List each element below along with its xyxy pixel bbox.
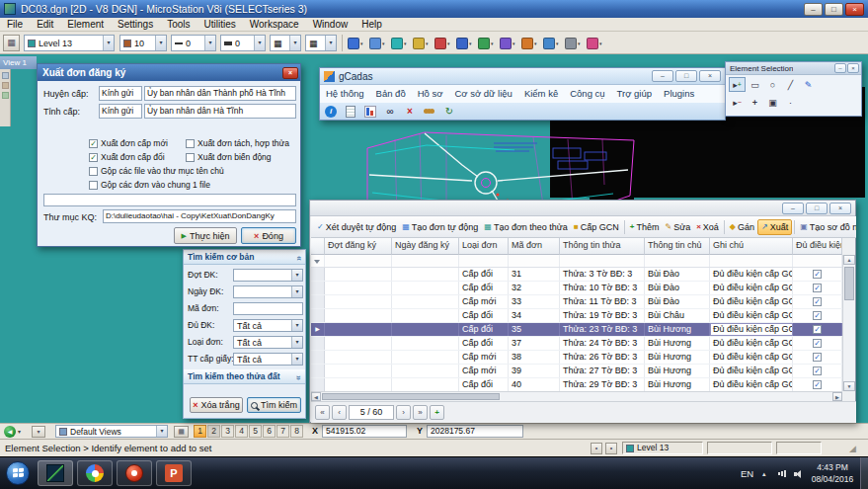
folder-path-input[interactable]: D:\dulieudaotao\hai - Copy\KetXuat\DonDa… <box>103 209 296 223</box>
last-page-button[interactable]: » <box>413 405 428 420</box>
scroll-thumb[interactable] <box>844 267 854 300</box>
network-icon[interactable] <box>778 457 787 489</box>
horizontal-scrollbar[interactable]: ◀ ▶ <box>311 391 842 401</box>
column-header[interactable]: Đủ điều kiện <box>793 238 842 255</box>
chevron-down-icon[interactable]: ▾ <box>18 428 21 435</box>
menu-ban-do[interactable]: Bản đồ <box>370 85 412 103</box>
eligible-checkbox[interactable]: ✓ <box>813 311 822 320</box>
chevron-down-icon[interactable]: ▾ <box>254 36 265 50</box>
models-icon[interactable]: ▾ <box>348 35 367 51</box>
column-header[interactable]: Ghi chú <box>710 238 793 255</box>
active-linestyle-combo[interactable]: 0 ▾ <box>171 35 216 51</box>
scroll-down-icon[interactable]: ▼ <box>843 381 855 391</box>
ma-don-input[interactable] <box>233 302 303 315</box>
menu-file[interactable]: File <box>0 18 30 32</box>
expand-icon[interactable]: « <box>291 375 306 380</box>
markups-icon[interactable]: ▾ <box>587 35 606 51</box>
eligible-checkbox[interactable]: ✓ <box>813 297 822 306</box>
checkbox-cap-moi[interactable]: ✓ <box>89 139 98 148</box>
column-header[interactable]: Thông tin thửa <box>560 238 645 255</box>
next-page-button[interactable]: › <box>396 405 411 420</box>
glasses-icon[interactable]: ∞ <box>383 105 397 118</box>
chevron-down-icon[interactable]: ▾ <box>291 354 302 365</box>
column-header[interactable]: Thông tin chủ <box>645 238 710 255</box>
du-dk-combo[interactable]: Tất cả▾ <box>233 319 303 332</box>
popset-icon[interactable]: ▾ <box>543 35 563 51</box>
delete-icon[interactable]: × <box>403 105 417 118</box>
checkbox-tach-hop[interactable] <box>186 139 195 148</box>
minimize-button[interactable]: – <box>834 63 846 73</box>
column-header[interactable]: Ngày đăng ký <box>392 238 459 255</box>
level-display-icon[interactable]: ▾ <box>434 35 454 51</box>
eligible-checkbox[interactable]: ✓ <box>813 367 822 375</box>
active-level-combo[interactable]: Level 13 ▾ <box>24 35 115 51</box>
chevron-down-icon[interactable]: ▾ <box>291 320 302 331</box>
maximize-button[interactable]: □ <box>675 70 697 82</box>
table-row[interactable]: Cấp đổi31Thửa: 3 Tờ BĐ: 3Bùi ĐàoĐủ điều … <box>311 268 842 282</box>
snap-icon[interactable]: • <box>591 443 602 454</box>
view-history-icon[interactable]: ▾ <box>32 426 45 438</box>
assign-button[interactable]: ◆Gán <box>727 220 757 234</box>
powerpoint-icon[interactable]: P <box>156 460 192 486</box>
eligible-checkbox[interactable]: ✓ <box>813 339 822 348</box>
active-level-indicator[interactable]: Level 13 <box>622 442 703 454</box>
level-manager-icon[interactable]: ▾ <box>413 35 433 51</box>
view-group-manager-icon[interactable]: ▦ <box>174 426 189 438</box>
filter-row[interactable] <box>311 255 842 268</box>
accudraw-icon[interactable]: ▾ <box>500 35 519 51</box>
close-button[interactable]: × <box>282 67 298 79</box>
chevron-down-icon[interactable]: ▾ <box>155 36 166 50</box>
chevron-down-icon[interactable]: ▾ <box>289 36 300 50</box>
table-row[interactable]: Cấp mới38Thửa: 26 Tờ BĐ: 3Bùi HươngĐủ đi… <box>311 351 842 365</box>
tray-expand-icon[interactable]: ▴ <box>762 457 766 489</box>
attributes-icon[interactable]: ▦ <box>3 35 20 51</box>
list-icon[interactable] <box>344 105 357 118</box>
delete-button[interactable]: ×Xoá <box>693 220 722 234</box>
info-icon[interactable]: i <box>324 105 338 118</box>
red-app-icon[interactable] <box>117 460 152 486</box>
volume-icon[interactable] <box>794 457 803 489</box>
menu-edit[interactable]: Edit <box>30 18 60 32</box>
eligible-checkbox[interactable]: ✓ <box>813 325 822 334</box>
resize-grip-icon[interactable]: ◢ <box>849 444 856 453</box>
chevron-down-icon[interactable]: ▾ <box>204 36 215 50</box>
add-row-button[interactable]: + <box>430 405 444 420</box>
chevron-down-icon[interactable]: ▾ <box>156 426 167 437</box>
select-line-icon[interactable]: ╱ <box>782 77 799 92</box>
export-button[interactable]: ↗Xuất <box>757 219 792 235</box>
maximize-button[interactable]: □ <box>825 3 843 16</box>
tt-cap-giay-combo[interactable]: Tất cả▾ <box>233 353 303 366</box>
scroll-right-icon[interactable]: ▶ <box>832 392 842 401</box>
menu-workspace[interactable]: Workspace <box>243 18 306 32</box>
view-toggle-5[interactable]: 5 <box>249 425 262 438</box>
tinh-prefix-field[interactable]: Kính gửi <box>99 104 142 119</box>
close-button[interactable]: × <box>847 63 859 73</box>
element-template-combo[interactable]: ▦ ▾ <box>305 35 337 51</box>
minimize-button[interactable]: – <box>782 203 804 214</box>
select-subtract-icon[interactable]: ▸− <box>729 95 746 110</box>
menu-tools[interactable]: Tools <box>160 18 197 32</box>
select-add-icon[interactable]: ▸+ <box>729 77 746 92</box>
start-button[interactable] <box>6 461 30 485</box>
issue-gcn-button[interactable]: ■Cấp GCN <box>571 220 622 234</box>
checkbox-bien-dong[interactable] <box>186 153 195 162</box>
view-toggle-8[interactable]: 8 <box>290 425 303 438</box>
table-row[interactable]: Cấp đổi32Thửa: 10 Tờ BĐ: 3Bùi ĐàoĐủ điều… <box>311 282 842 295</box>
scroll-thumb[interactable] <box>322 393 500 400</box>
chevron-down-icon[interactable]: ▾ <box>291 286 302 297</box>
column-header[interactable]: Loại đơn <box>459 238 509 255</box>
view-toggle-7[interactable]: 7 <box>276 425 289 438</box>
create-auto-button[interactable]: ▦Tạo đơn tự động <box>399 220 481 234</box>
close-button[interactable]: × <box>845 3 864 16</box>
y-coordinate-input[interactable]: 2028175.67 <box>427 425 523 438</box>
column-header[interactable]: Đợt đăng ký <box>325 238 392 255</box>
vertical-scrollbar[interactable]: ▲ ▼ <box>842 255 855 391</box>
x-coordinate-input[interactable]: 541915.02 <box>322 425 407 438</box>
menu-cong-cu[interactable]: Công cụ <box>564 85 610 103</box>
clear-button[interactable]: × Xóa trắng <box>190 397 243 413</box>
checkbox-gop-don[interactable] <box>89 181 98 190</box>
select-plus-icon[interactable]: + <box>747 95 763 110</box>
back-view-button[interactable]: ◀ <box>4 426 16 438</box>
basic-search-header[interactable]: Tìm kiếm cơ bản « <box>184 250 305 265</box>
cell-library-icon[interactable]: ▾ <box>456 35 476 51</box>
